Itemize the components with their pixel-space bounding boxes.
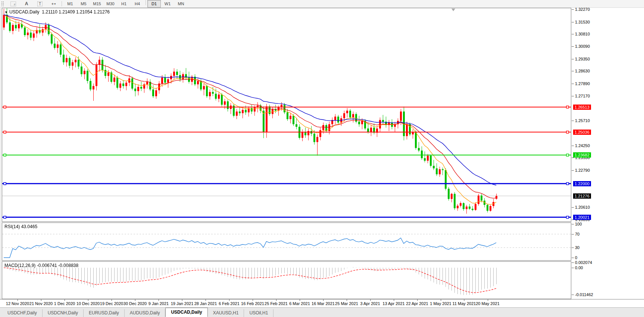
timeframe-button-m5[interactable]: M5 bbox=[77, 0, 90, 7]
timeframe-button-m1[interactable]: M1 bbox=[63, 0, 77, 7]
chart-ohlc-values: 1.21110 1.21409 1.21054 1.21276 bbox=[42, 9, 110, 15]
price-tick-label: 1.31530 bbox=[572, 20, 590, 24]
date-tick-label: 25 Feb 2021 bbox=[265, 301, 288, 306]
date-tick-label: 25 Mar 2021 bbox=[335, 301, 358, 306]
date-axis[interactable]: 12 Nov 202021 Nov 20201 Dec 202010 Dec 2… bbox=[0, 299, 644, 307]
date-tick-label: 19 Jan 2021 bbox=[171, 301, 194, 306]
date-tick-label: 19 Dec 2020 bbox=[100, 301, 123, 306]
chevron-down-icon: ▾ bbox=[54, 2, 56, 6]
timeframe-button-mn[interactable]: MN bbox=[174, 0, 188, 7]
chart-shift-marker-icon bbox=[451, 9, 455, 11]
date-tick-label: 3 Apr 2021 bbox=[360, 301, 380, 306]
date-tick-label: 9 Jan 2021 bbox=[149, 301, 169, 306]
macd-axis-label: 0.002074 bbox=[572, 260, 592, 265]
rsi-name: RSI(14) bbox=[4, 224, 20, 229]
hline-price-label[interactable]: 1.26513 bbox=[573, 105, 591, 110]
macd-signal-value: -0.008838 bbox=[58, 263, 78, 268]
collapse-triangle-icon: ▼ bbox=[4, 10, 8, 14]
date-tick-label: 6 Feb 2021 bbox=[219, 301, 240, 306]
date-tick-label: 13 Apr 2021 bbox=[382, 301, 404, 306]
symbol-tab-xauusd[interactable]: XAUUSD,H1 bbox=[208, 309, 244, 317]
symbol-tab-usdcnh[interactable]: USDCNH,Daily bbox=[43, 309, 84, 317]
macd-main-value: -0.006741 bbox=[37, 263, 57, 268]
rsi-axis-label: 70 bbox=[572, 232, 579, 236]
toolbar-separator bbox=[62, 1, 62, 6]
price-tick-label: 1.30810 bbox=[572, 32, 590, 36]
price-tick-label: 1.25710 bbox=[572, 118, 590, 123]
chart-symbol: USDCAD,Daily bbox=[9, 9, 40, 15]
date-tick-label: 1 May 2021 bbox=[430, 301, 451, 306]
price-tick-label: 1.24250 bbox=[572, 143, 590, 148]
hline-price-label[interactable]: 1.20021 bbox=[573, 215, 591, 220]
timeframe-button-m15[interactable]: M15 bbox=[90, 0, 104, 7]
toolbar: F A T ✦ ▾ M1M5M15M30H1H4D1W1MN bbox=[0, 0, 644, 8]
indicator-window-icon[interactable]: F bbox=[6, 0, 20, 7]
date-tick-label: 1 Dec 2020 bbox=[54, 301, 75, 306]
rsi-axis-label: 100 bbox=[572, 222, 582, 226]
date-tick-label: 6 Mar 2021 bbox=[289, 301, 310, 306]
rsi-axis-label: 0 bbox=[572, 255, 577, 260]
timeframe-button-m30[interactable]: M30 bbox=[104, 0, 117, 7]
toolbar-separator bbox=[146, 0, 146, 5]
toolbar-grip[interactable] bbox=[1, 1, 4, 6]
date-tick-label: 10 Dec 2020 bbox=[76, 301, 100, 306]
shapes-icon: ✦ bbox=[51, 2, 53, 6]
symbol-tab-usdchf[interactable]: USDCHF,Daily bbox=[2, 309, 43, 317]
date-tick-label: 16 Feb 2021 bbox=[241, 301, 264, 306]
symbol-tab-usoil[interactable]: USOil,H1 bbox=[244, 309, 273, 317]
price-tick-label: 1.27170 bbox=[572, 94, 590, 98]
symbol-tab-audusd[interactable]: AUDUSD,Daily bbox=[125, 309, 166, 317]
date-tick-label: 28 Jan 2021 bbox=[194, 301, 217, 306]
price-axis[interactable]: 1.322701.315301.308101.300901.293501.286… bbox=[572, 8, 644, 299]
chart-title: ▼USDCAD,Daily 1.21110 1.21409 1.21054 1.… bbox=[4, 9, 110, 15]
macd-axis-label: -0.011462 bbox=[572, 292, 593, 297]
price-tick-label: 1.27890 bbox=[572, 81, 590, 86]
date-tick-label: 20 May 2021 bbox=[476, 301, 500, 306]
chart-canvas[interactable] bbox=[2, 8, 571, 299]
date-tick-label: 12 Nov 2020 bbox=[6, 301, 29, 306]
timeframe-group: M1M5M15M30H1H4D1W1MN bbox=[63, 0, 188, 7]
price-tick-label: 1.22790 bbox=[572, 168, 590, 173]
cursor-a-icon[interactable]: A bbox=[20, 0, 33, 7]
current-price-label[interactable]: 1.21276 bbox=[573, 193, 591, 199]
symbol-tab-bar: USDCHF,DailyUSDCNH,DailyEURUSD,DailyAUDU… bbox=[0, 307, 644, 317]
timeframe-button-h1[interactable]: H1 bbox=[117, 0, 131, 7]
hline-price-label[interactable]: 1.22000 bbox=[573, 181, 591, 186]
price-tick-label: 1.20610 bbox=[572, 205, 590, 209]
price-tick-label: 1.29350 bbox=[572, 57, 590, 61]
rsi-axis-label: 30 bbox=[572, 245, 579, 250]
letter-t-icon: T bbox=[37, 1, 43, 6]
date-tick-label: 22 Apr 2021 bbox=[406, 301, 428, 306]
timeframe-button-h4[interactable]: H4 bbox=[131, 0, 144, 7]
symbol-tab-eurusd[interactable]: EURUSD,Daily bbox=[84, 309, 125, 317]
date-tick-label: 21 Nov 2020 bbox=[29, 301, 53, 306]
draw-objects-button[interactable]: ✦ ▾ bbox=[47, 0, 60, 7]
price-tick-label: 1.28630 bbox=[572, 69, 590, 73]
macd-axis-label: 0.00 bbox=[572, 265, 583, 270]
rsi-current-value: 43.0465 bbox=[21, 224, 37, 229]
timeframe-button-d1[interactable]: D1 bbox=[147, 0, 161, 7]
hline-price-label[interactable]: 1.23682 bbox=[573, 152, 591, 158]
rsi-indicator-label: RSI(14) 43.0465 bbox=[4, 224, 37, 229]
mt4-window: F A T ✦ ▾ M1M5M15M30H1H4D1W1MN ▼USDCAD,D… bbox=[0, 0, 644, 317]
macd-indicator-label: MACD(12,26,9) -0.006741 -0.008838 bbox=[4, 263, 78, 268]
date-tick-label: 30 Dec 2020 bbox=[124, 301, 147, 306]
grid-f-icon: F bbox=[10, 1, 16, 6]
hline-price-label[interactable]: 1.25036 bbox=[573, 130, 591, 135]
timeframe-button-w1[interactable]: W1 bbox=[161, 0, 174, 7]
price-tick-label: 1.30090 bbox=[572, 44, 590, 49]
price-tick-label: 1.32270 bbox=[572, 7, 590, 12]
symbol-tab-usdcad[interactable]: USDCAD,Daily bbox=[165, 308, 207, 317]
letter-a-icon: A bbox=[25, 1, 28, 6]
macd-name: MACD(12,26,9) bbox=[4, 263, 35, 268]
date-tick-label: 11 May 2021 bbox=[453, 301, 476, 306]
date-tick-label: 16 Mar 2021 bbox=[312, 301, 335, 306]
text-label-icon[interactable]: T bbox=[33, 0, 47, 7]
